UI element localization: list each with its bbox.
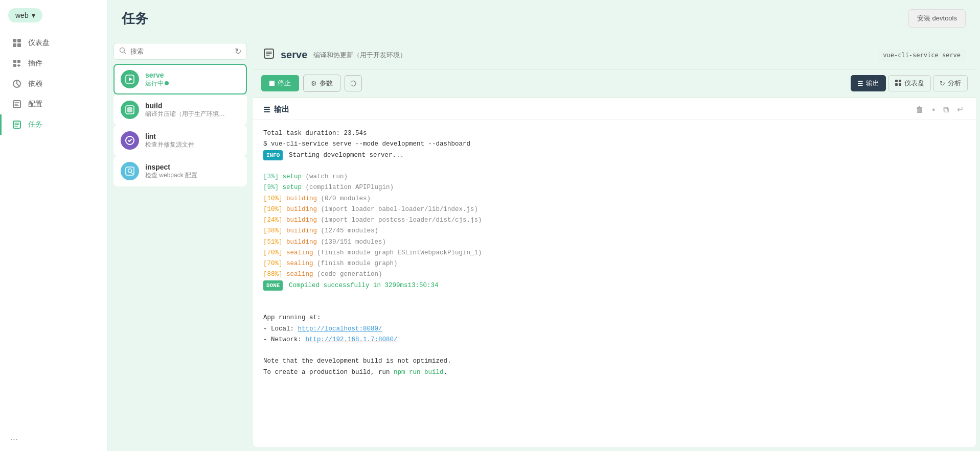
task-desc: 运行中 [145, 79, 240, 88]
network-url-link[interactable]: http://192.168.1.7:8080/ [306, 336, 398, 343]
params-button[interactable]: ⚙ 参数 [303, 75, 340, 92]
wrap-output-button[interactable]: ↵ [955, 104, 966, 115]
task-icon [121, 131, 139, 150]
output-line: [88%] sealing (code generation) [263, 269, 966, 280]
output-line: - Local: http://localhost:8080/ [263, 324, 966, 335]
info-badge: INFO [263, 150, 283, 161]
task-name: inspect [145, 163, 240, 171]
output-line [263, 161, 966, 172]
output-content: Total task duration: 23.54s$ vue-cli-ser… [253, 120, 976, 447]
task-item-lint[interactable]: lint 检查并修复源文件 [113, 125, 247, 156]
install-devtools-button[interactable]: 安装 devtools [908, 9, 966, 28]
output-line [263, 291, 966, 302]
task-item-build[interactable]: build 编译并压缩（用于生产环境… [113, 94, 247, 125]
sidebar-footer[interactable]: ... [0, 424, 107, 451]
task-list-panel: ↻ serve 运行中 build 编译并压缩（用于生产环境… lint 检查并… [107, 37, 253, 451]
output-line: [3%] setup (watch run) [263, 172, 966, 182]
refresh-button[interactable]: ↻ [235, 46, 241, 56]
output-line [263, 345, 966, 356]
svg-rect-3 [17, 43, 21, 47]
config-icon [12, 99, 22, 109]
chevron-down-icon: ▾ [32, 11, 35, 19]
task-item-inspect[interactable]: inspect 检查 webpack 配置 [113, 156, 247, 186]
sidebar-item-plugins[interactable]: 插件 [0, 53, 107, 74]
main-header: 任务 安装 devtools [107, 0, 980, 37]
stop-button[interactable]: 停止 [261, 75, 299, 91]
svg-rect-22 [899, 83, 901, 86]
output-line: [38%] building (12/45 modules) [263, 226, 966, 236]
sidebar-item-dashboard[interactable]: 仪表盘 [0, 33, 107, 53]
sidebar-item-tasks[interactable]: 任务 [0, 114, 107, 135]
task-name: build [145, 102, 240, 110]
svg-rect-4 [13, 60, 16, 63]
svg-rect-14 [127, 107, 132, 112]
web-selector-label: web [15, 11, 29, 19]
stop-button-label: 停止 [278, 79, 291, 88]
analyze-icon: ↻ [940, 80, 945, 87]
sidebar-item-config[interactable]: 配置 [0, 94, 107, 114]
done-badge: DONE [263, 280, 283, 291]
output-line: DONE Compiled successfully in 3299ms13:5… [263, 280, 966, 291]
sidebar-item-label: 仪表盘 [28, 38, 50, 48]
task-name: lint [145, 132, 240, 140]
svg-rect-21 [895, 83, 898, 86]
local-url-link[interactable]: http://localhost:8080/ [298, 325, 382, 333]
task-icon [121, 70, 139, 88]
output-line [263, 302, 966, 313]
output-line: $ vue-cli-service serve --mode developme… [263, 139, 966, 150]
dashboard-icon [12, 38, 22, 48]
output-line: INFO Starting development server... [263, 150, 966, 161]
web-selector[interactable]: web ▾ [8, 8, 42, 22]
detail-task-desc: 编译和热更新（用于开发环境） [313, 51, 406, 60]
plugins-icon [12, 58, 22, 68]
search-icon [119, 47, 126, 56]
tab-dashboard-label: 仪表盘 [904, 79, 924, 88]
tab-dashboard[interactable]: 仪表盘 [888, 75, 931, 91]
tab-output[interactable]: ☰ 输出 [851, 75, 886, 91]
clear-output-button[interactable]: 🗑 [914, 104, 926, 115]
output-line: [70%] sealing (finish module graph ESLin… [263, 248, 966, 258]
page-title: 任务 [122, 10, 148, 28]
tab-analyze[interactable]: ↻ 分析 [933, 75, 968, 91]
task-list-items: serve 运行中 build 编译并压缩（用于生产环境… lint 检查并修复… [113, 64, 247, 186]
detail-command: vue-cli-service serve [878, 50, 966, 61]
tab-analyze-label: 分析 [948, 79, 961, 88]
running-dot [165, 81, 169, 85]
search-bar: ↻ [113, 43, 247, 60]
content-area: ↻ serve 运行中 build 编译并压缩（用于生产环境… lint 检查并… [107, 37, 980, 451]
svg-rect-0 [13, 39, 16, 42]
gear-icon: ⚙ [311, 80, 317, 87]
task-info: inspect 检查 webpack 配置 [145, 163, 240, 180]
sidebar: web ▾ 仪表盘 [0, 0, 107, 451]
npm-run-link[interactable]: npm run build [394, 369, 444, 376]
svg-rect-6 [13, 64, 16, 67]
copy-output-button[interactable]: ⧉ [941, 104, 951, 115]
detail-title-section: serve 编译和热更新（用于开发环境） [263, 48, 406, 62]
output-line: - Network: http://192.168.1.7:8080/ [263, 335, 966, 345]
task-detail-panel: serve 编译和热更新（用于开发环境） vue-cli-service ser… [253, 41, 976, 447]
svg-rect-5 [17, 60, 20, 63]
dependencies-icon [12, 79, 22, 89]
task-icon [121, 162, 139, 180]
dashboard-tab-icon [895, 79, 902, 88]
search-input[interactable] [130, 48, 231, 55]
svg-rect-19 [895, 80, 898, 82]
output-panel-header: ☰ 输出 🗑 • ⧉ ↵ [253, 98, 976, 120]
open-button[interactable]: ⬡ [345, 75, 362, 91]
sidebar-item-label: 依赖 [28, 79, 42, 88]
task-desc: 检查 webpack 配置 [145, 171, 240, 180]
tasks-icon [12, 120, 22, 130]
output-line: [10%] building (0/0 modules) [263, 194, 966, 204]
output-title: ☰ 输出 [263, 105, 289, 114]
svg-marker-12 [129, 77, 132, 81]
svg-rect-1 [17, 39, 21, 42]
output-title-label: 输出 [274, 105, 289, 114]
output-actions: 🗑 • ⧉ ↵ [914, 104, 966, 115]
output-panel: ☰ 输出 🗑 • ⧉ ↵ Total task duration: 23.54s… [253, 98, 976, 447]
sidebar-item-dependencies[interactable]: 依赖 [0, 74, 107, 94]
output-line: [51%] building (139/151 modules) [263, 237, 966, 248]
task-item-serve[interactable]: serve 运行中 [113, 64, 247, 94]
dot-button[interactable]: • [930, 104, 937, 115]
stop-icon [269, 81, 275, 86]
svg-point-17 [128, 169, 132, 173]
